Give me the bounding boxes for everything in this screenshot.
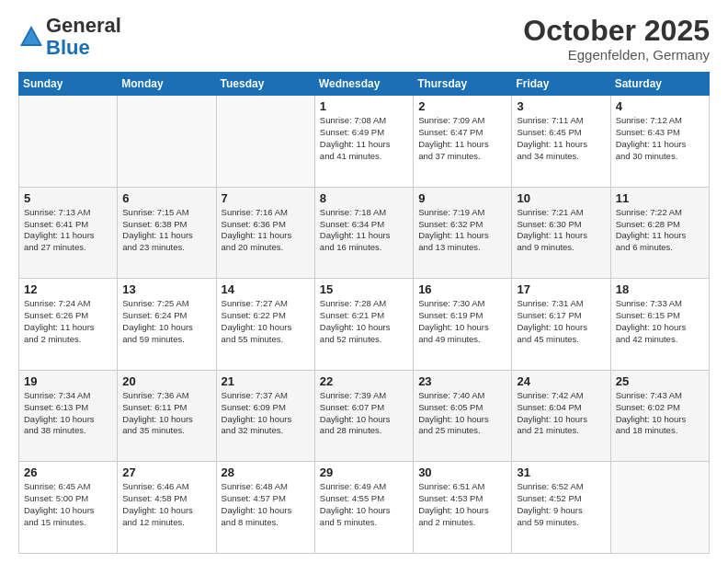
cell-content: Sunrise: 7:36 AM Sunset: 6:11 PM Dayligh… [122,390,210,437]
cell-content: Sunrise: 7:18 AM Sunset: 6:34 PM Dayligh… [320,207,408,254]
calendar-cell: 4Sunrise: 7:12 AM Sunset: 6:43 PM Daylig… [610,96,709,188]
calendar-cell: 10Sunrise: 7:21 AM Sunset: 6:30 PM Dayli… [512,187,610,279]
cell-content: Sunrise: 7:25 AM Sunset: 6:24 PM Dayligh… [122,298,210,345]
weekday-header-thursday: Thursday [414,73,512,96]
calendar-cell [610,462,709,554]
day-number: 14 [222,282,310,296]
day-number: 31 [517,465,605,479]
calendar-cell: 14Sunrise: 7:27 AM Sunset: 6:22 PM Dayli… [216,279,314,371]
calendar-cell: 15Sunrise: 7:28 AM Sunset: 6:21 PM Dayli… [314,279,413,371]
weekday-header-sunday: Sunday [19,73,118,96]
cell-content: Sunrise: 6:48 AM Sunset: 4:57 PM Dayligh… [222,481,310,528]
location: Eggenfelden, Germany [523,47,710,63]
day-number: 1 [320,99,408,113]
cell-content: Sunrise: 7:09 AM Sunset: 6:47 PM Dayligh… [418,115,506,162]
cell-content: Sunrise: 7:15 AM Sunset: 6:38 PM Dayligh… [122,207,210,254]
calendar-cell: 13Sunrise: 7:25 AM Sunset: 6:24 PM Dayli… [118,279,216,371]
calendar-row-2: 12Sunrise: 7:24 AM Sunset: 6:26 PM Dayli… [19,279,710,371]
calendar-row-4: 26Sunrise: 6:45 AM Sunset: 5:00 PM Dayli… [19,462,710,554]
day-number: 29 [320,465,408,479]
cell-content: Sunrise: 6:51 AM Sunset: 4:53 PM Dayligh… [418,481,506,528]
logo-blue: Blue [46,36,90,59]
calendar-cell: 20Sunrise: 7:36 AM Sunset: 6:11 PM Dayli… [118,370,216,462]
day-number: 2 [418,99,506,113]
weekday-header-saturday: Saturday [610,73,709,96]
cell-content: Sunrise: 7:42 AM Sunset: 6:04 PM Dayligh… [517,390,605,437]
weekday-header-friday: Friday [512,73,610,96]
calendar-cell: 28Sunrise: 6:48 AM Sunset: 4:57 PM Dayli… [216,462,314,554]
day-number: 21 [222,374,310,388]
calendar-cell: 11Sunrise: 7:22 AM Sunset: 6:28 PM Dayli… [610,187,709,279]
calendar-cell [216,96,314,188]
calendar-row-3: 19Sunrise: 7:34 AM Sunset: 6:13 PM Dayli… [19,370,710,462]
calendar-row-1: 5Sunrise: 7:13 AM Sunset: 6:41 PM Daylig… [19,187,710,279]
day-number: 16 [418,282,506,296]
calendar-cell: 17Sunrise: 7:31 AM Sunset: 6:17 PM Dayli… [512,279,610,371]
weekday-header-row: SundayMondayTuesdayWednesdayThursdayFrid… [19,73,710,96]
day-number: 4 [616,99,704,113]
calendar-cell: 5Sunrise: 7:13 AM Sunset: 6:41 PM Daylig… [19,187,118,279]
cell-content: Sunrise: 7:28 AM Sunset: 6:21 PM Dayligh… [320,298,408,345]
cell-content: Sunrise: 6:45 AM Sunset: 5:00 PM Dayligh… [24,481,112,528]
calendar-cell: 3Sunrise: 7:11 AM Sunset: 6:45 PM Daylig… [512,96,610,188]
day-number: 9 [418,191,506,205]
weekday-header-tuesday: Tuesday [216,73,314,96]
calendar-cell: 31Sunrise: 6:52 AM Sunset: 4:52 PM Dayli… [512,462,610,554]
month-title: October 2025 [523,15,710,47]
weekday-header-monday: Monday [118,73,216,96]
calendar-cell: 21Sunrise: 7:37 AM Sunset: 6:09 PM Dayli… [216,370,314,462]
logo: General Blue [18,15,121,59]
day-number: 26 [24,465,112,479]
calendar-cell: 23Sunrise: 7:40 AM Sunset: 6:05 PM Dayli… [414,370,512,462]
day-number: 18 [616,282,704,296]
day-number: 11 [616,191,704,205]
title-block: October 2025 Eggenfelden, Germany [523,15,710,63]
calendar-cell: 18Sunrise: 7:33 AM Sunset: 6:15 PM Dayli… [610,279,709,371]
cell-content: Sunrise: 7:19 AM Sunset: 6:32 PM Dayligh… [418,207,506,254]
day-number: 15 [320,282,408,296]
cell-content: Sunrise: 6:52 AM Sunset: 4:52 PM Dayligh… [517,481,605,528]
calendar-cell: 25Sunrise: 7:43 AM Sunset: 6:02 PM Dayli… [610,370,709,462]
day-number: 6 [122,191,210,205]
cell-content: Sunrise: 7:30 AM Sunset: 6:19 PM Dayligh… [418,298,506,345]
cell-content: Sunrise: 7:08 AM Sunset: 6:49 PM Dayligh… [320,115,408,162]
day-number: 19 [24,374,112,388]
calendar-cell: 26Sunrise: 6:45 AM Sunset: 5:00 PM Dayli… [19,462,118,554]
day-number: 7 [222,191,310,205]
calendar-cell: 24Sunrise: 7:42 AM Sunset: 6:04 PM Dayli… [512,370,610,462]
calendar-row-0: 1Sunrise: 7:08 AM Sunset: 6:49 PM Daylig… [19,96,710,188]
calendar-cell: 29Sunrise: 6:49 AM Sunset: 4:55 PM Dayli… [314,462,413,554]
day-number: 5 [24,191,112,205]
cell-content: Sunrise: 7:22 AM Sunset: 6:28 PM Dayligh… [616,207,704,254]
cell-content: Sunrise: 7:16 AM Sunset: 6:36 PM Dayligh… [222,207,310,254]
cell-content: Sunrise: 7:27 AM Sunset: 6:22 PM Dayligh… [222,298,310,345]
calendar-cell: 8Sunrise: 7:18 AM Sunset: 6:34 PM Daylig… [314,187,413,279]
cell-content: Sunrise: 7:13 AM Sunset: 6:41 PM Dayligh… [24,207,112,254]
day-number: 3 [517,99,605,113]
calendar-cell: 7Sunrise: 7:16 AM Sunset: 6:36 PM Daylig… [216,187,314,279]
calendar-cell: 19Sunrise: 7:34 AM Sunset: 6:13 PM Dayli… [19,370,118,462]
calendar-cell: 1Sunrise: 7:08 AM Sunset: 6:49 PM Daylig… [314,96,413,188]
day-number: 17 [517,282,605,296]
calendar-cell: 9Sunrise: 7:19 AM Sunset: 6:32 PM Daylig… [414,187,512,279]
calendar-cell: 2Sunrise: 7:09 AM Sunset: 6:47 PM Daylig… [414,96,512,188]
calendar-cell: 12Sunrise: 7:24 AM Sunset: 6:26 PM Dayli… [19,279,118,371]
calendar: SundayMondayTuesdayWednesdayThursdayFrid… [18,72,710,554]
day-number: 27 [122,465,210,479]
calendar-cell: 27Sunrise: 6:46 AM Sunset: 4:58 PM Dayli… [118,462,216,554]
cell-content: Sunrise: 7:39 AM Sunset: 6:07 PM Dayligh… [320,390,408,437]
day-number: 20 [122,374,210,388]
day-number: 13 [122,282,210,296]
cell-content: Sunrise: 7:31 AM Sunset: 6:17 PM Dayligh… [517,298,605,345]
calendar-cell [19,96,118,188]
cell-content: Sunrise: 7:34 AM Sunset: 6:13 PM Dayligh… [24,390,112,437]
cell-content: Sunrise: 7:43 AM Sunset: 6:02 PM Dayligh… [616,390,704,437]
logo-icon [18,24,44,50]
page: General Blue October 2025 Eggenfelden, G… [0,0,728,563]
day-number: 24 [517,374,605,388]
cell-content: Sunrise: 7:21 AM Sunset: 6:30 PM Dayligh… [517,207,605,254]
logo-general: General [46,14,121,37]
day-number: 28 [222,465,310,479]
weekday-header-wednesday: Wednesday [314,73,413,96]
cell-content: Sunrise: 7:11 AM Sunset: 6:45 PM Dayligh… [517,115,605,162]
